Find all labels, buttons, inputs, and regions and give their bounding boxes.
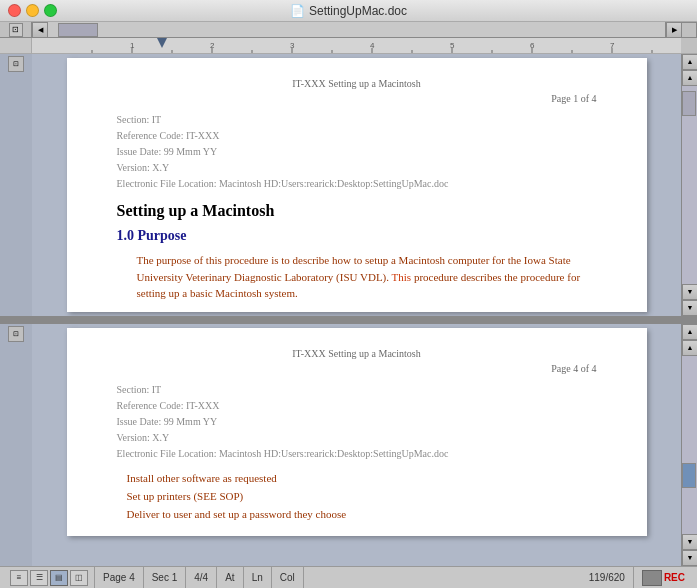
view-buttons[interactable]: ≡ ☰ ▤ ◫ [4,567,95,588]
top-section-info: Section: IT Reference Code: IT-XXX Issue… [117,112,597,192]
bottom-scroll-down-btn[interactable]: ▼ [682,534,697,550]
horizontal-scroll-thumb[interactable] [58,23,98,37]
svg-text:5: 5 [450,41,455,50]
scroll-left-btn[interactable]: ◀ [32,22,48,37]
title-bar: 📄 SettingUpMac.doc [0,0,697,22]
scroll-right-icon[interactable]: ▶ [666,22,682,38]
bottom-scroll-up-btn[interactable]: ▲ [682,324,697,340]
bottom-left-strip: ⊡ [0,324,32,567]
svg-text:3: 3 [290,41,295,50]
top-pane-handle[interactable]: ⊡ [8,56,24,72]
left-corner: ⊡ [0,22,32,37]
ruler: 1 2 3 4 5 6 7 [0,38,697,54]
window-controls[interactable] [8,4,57,17]
top-scrollbar-right[interactable]: ▲ ▲ ▼ ▼ [681,54,697,316]
panes-container: ⊡ IT-XXX Setting up a Macintosh Page 1 o… [0,54,697,566]
page-layout-view-btn[interactable]: ▤ [50,570,68,586]
ruler-content: 1 2 3 4 5 6 7 [32,38,681,53]
top-scroll-up-btn[interactable]: ▲ [682,54,697,70]
bottom-pane: ⊡ IT-XXX Setting up a Macintosh Page 4 o… [0,324,697,567]
doc-icon: 📄 [290,4,305,18]
status-at: At [217,567,243,588]
top-page-header: IT-XXX Setting up a Macintosh [117,78,597,89]
top-page: IT-XXX Setting up a Macintosh Page 1 of … [67,58,647,312]
bottom-page-header: IT-XXX Setting up a Macintosh [117,348,597,359]
bottom-page-wrapper: IT-XXX Setting up a Macintosh Page 4 of … [32,324,681,567]
status-wordcount: 119/620 [581,567,634,588]
bottom-list: Install other software as requested Set … [117,472,597,520]
list-item-2: Set up printers (SEE SOP) [127,490,597,502]
close-button[interactable] [8,4,21,17]
bottom-pane-handle[interactable]: ⊡ [8,326,24,342]
bottom-section-info: Section: IT Reference Code: IT-XXX Issue… [117,382,597,462]
bottom-scroll-down-btn2[interactable]: ▼ [682,550,697,566]
top-scroll-down-btn[interactable]: ▼ [682,284,697,300]
list-item-1: Install other software as requested [127,472,597,484]
main-title: Setting up a Macintosh [117,202,597,220]
top-scroll-down-btn2[interactable]: ▼ [682,300,697,316]
scrollbar-corner [681,22,697,38]
svg-text:1: 1 [130,41,135,50]
svg-text:7: 7 [610,41,615,50]
top-page-number: Page 1 of 4 [117,93,597,104]
svg-text:2: 2 [210,41,215,50]
scroll-left-icon[interactable]: ◀ [32,22,48,38]
outline-view-btn[interactable]: ☰ [30,570,48,586]
minimize-button[interactable] [26,4,39,17]
status-rec-area: REC [634,567,693,588]
ruler-svg: 1 2 3 4 5 6 7 [32,38,681,53]
top-page-wrapper: IT-XXX Setting up a Macintosh Page 1 of … [32,54,681,316]
status-icon-left [642,570,662,586]
scroll-right-btn[interactable]: ▶ [665,22,681,37]
bottom-scrollbar-right[interactable]: ▲ ▲ ▼ ▼ [681,324,697,567]
bottom-scroll-up-btn2[interactable]: ▲ [682,340,697,356]
highlight-this: This [392,271,412,283]
top-pane: ⊡ IT-XXX Setting up a Macintosh Page 1 o… [0,54,697,320]
horizontal-scroll-track[interactable] [48,22,665,37]
top-scrollbar[interactable]: ⊡ ◀ ▶ [0,22,697,38]
bottom-scroll-track[interactable] [682,356,697,535]
bottom-page-number: Page 4 of 4 [117,363,597,374]
status-ln: Ln [244,567,272,588]
window-title: 📄 SettingUpMac.doc [290,4,407,18]
pane-split-icon[interactable]: ⊡ [9,23,23,37]
maximize-button[interactable] [44,4,57,17]
normal-view-btn[interactable]: ≡ [10,570,28,586]
top-scroll-up-btn2[interactable]: ▲ [682,70,697,86]
web-view-btn[interactable]: ◫ [70,570,88,586]
svg-text:4: 4 [370,41,375,50]
doc-subtitle: 1.0 Purpose [117,228,597,244]
svg-text:6: 6 [530,41,535,50]
ruler-left-margin [0,38,32,53]
top-scroll-thumb[interactable] [682,91,696,116]
status-sec: Sec 1 [144,567,187,588]
status-position: 4/4 [186,567,217,588]
purpose-paragraph: The purpose of this procedure is to desc… [137,252,597,302]
bottom-page: IT-XXX Setting up a Macintosh Page 4 of … [67,328,647,536]
top-left-strip: ⊡ [0,54,32,316]
list-item-3: Deliver to user and set up a password th… [127,508,597,520]
ruler-right [681,38,697,53]
bottom-scroll-thumb[interactable] [682,463,696,488]
top-scroll-track[interactable] [682,86,697,284]
status-page: Page 4 [95,567,144,588]
status-bar: ≡ ☰ ▤ ◫ Page 4 Sec 1 4/4 At Ln Col 119/6… [0,566,697,588]
main-container: ⊡ ◀ ▶ 1 2 [0,22,697,588]
status-col: Col [272,567,304,588]
